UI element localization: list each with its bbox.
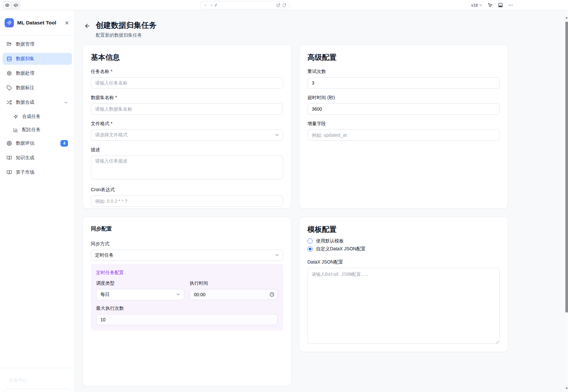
panel-bottom-icon[interactable] xyxy=(498,3,503,8)
radio-selected-icon[interactable] xyxy=(307,246,313,252)
sidebar: ML Dataset Tool 数据管理 数据归集 xyxy=(0,10,75,392)
browser-toolbar: / v18 xyxy=(0,0,568,10)
url-path[interactable]: / xyxy=(215,3,274,8)
file-format-value: 请选择文件格式 xyxy=(95,132,127,138)
incremental-field-input[interactable] xyxy=(307,129,500,141)
retry-count-input[interactable] xyxy=(307,77,500,89)
radio-label: 使用默认模板 xyxy=(316,238,344,244)
pointer-icon[interactable] xyxy=(488,3,493,8)
version-selector[interactable]: v18 xyxy=(471,3,482,8)
card-title: 高级配置 xyxy=(307,53,500,62)
refresh-icon[interactable] xyxy=(282,3,286,7)
more-options-icon[interactable] xyxy=(508,3,513,8)
schedule-type-value: 每日 xyxy=(100,292,110,298)
sidebar-item-knowledge-generation[interactable]: 知识生成 xyxy=(3,152,72,164)
radio-label: 自定义DataX JSON配置 xyxy=(316,246,366,252)
custom-datax-option[interactable]: 自定义DataX JSON配置 xyxy=(307,245,500,253)
sync-method-value: 定时任务 xyxy=(95,252,114,258)
sidebar-item-label: 数据标注 xyxy=(16,85,68,91)
max-exec-label: 最大执行次数 xyxy=(96,305,278,311)
app-logo xyxy=(5,18,14,27)
target-icon xyxy=(7,141,12,146)
clock-icon[interactable] xyxy=(269,292,274,297)
sidebar-item-label: 数据处理 xyxy=(16,70,68,76)
preview-mode-button[interactable] xyxy=(3,2,11,9)
sidebar-item-label: 数据管理 xyxy=(16,41,68,47)
sidebar-item-operator-market[interactable]: 算子市场 xyxy=(3,166,72,178)
chevron-down-icon xyxy=(274,253,279,258)
sync-method-select[interactable]: 定时任务 xyxy=(91,250,283,261)
description-textarea[interactable] xyxy=(91,156,283,179)
sidebar-item-label: 数据归集 xyxy=(16,56,68,62)
evaluation-count-badge: 4 xyxy=(60,140,68,147)
description-label: 描述 xyxy=(91,146,283,153)
scroll-down-arrow-icon[interactable] xyxy=(566,388,568,389)
radio-unselected-icon[interactable] xyxy=(307,238,313,244)
vertical-scrollbar[interactable] xyxy=(565,10,568,392)
arrow-left-icon xyxy=(84,23,90,29)
default-template-option[interactable]: 使用默认模板 xyxy=(307,237,500,245)
sidebar-item-label: 数据合成 xyxy=(16,99,60,105)
url-bar[interactable]: / xyxy=(200,1,290,9)
gear-icon xyxy=(7,71,12,76)
page-header: 创建数据归集任务 配置新的数据归集任务 xyxy=(83,20,508,38)
exec-time-input[interactable] xyxy=(190,289,278,300)
main-area: 创建数据归集任务 配置新的数据归集任务 基本信息 任务名称 * 数据集名称 * xyxy=(75,10,568,392)
sidebar-nav: 数据管理 数据归集 数据处理 数据标注 xyxy=(0,36,75,184)
sidebar-item-data-evaluation[interactable]: 数据评估 4 xyxy=(3,137,72,149)
chevron-down-icon xyxy=(479,3,482,7)
datax-json-textarea[interactable] xyxy=(307,268,500,344)
sidebar-item-data-processing[interactable]: 数据处理 xyxy=(3,67,72,79)
scrollbar-thumb[interactable] xyxy=(565,22,568,312)
sparkles-icon xyxy=(7,20,12,25)
sidebar-item-label: 配比任务 xyxy=(22,127,68,133)
sync-config-card: 同步配置 同步方式 定时任务 定时任务配置 xyxy=(83,217,291,386)
sidebar-item-label: 合成任务 xyxy=(22,114,68,120)
sidebar-item-data-synthesis[interactable]: 数据合成 xyxy=(3,96,72,108)
task-name-label: 任务名称 * xyxy=(91,68,283,75)
code-mode-button[interactable] xyxy=(12,2,20,9)
sidebar-item-label: 数据评估 xyxy=(16,140,56,146)
task-center-panel[interactable] xyxy=(4,389,71,392)
task-center-title: 任务中心 xyxy=(9,377,75,383)
template-config-card: 模板配置 使用默认模板 自定义DataX JSON配置 DataX JSON配置 xyxy=(299,217,508,352)
version-label: v18 xyxy=(471,3,478,8)
page-title: 创建数据归集任务 xyxy=(96,20,157,30)
sidebar-item-data-management[interactable]: 数据管理 xyxy=(3,38,72,50)
sidebar-item-data-collection[interactable]: 数据归集 xyxy=(3,53,72,65)
scroll-up-arrow-icon[interactable] xyxy=(566,17,568,18)
sidebar-item-data-labeling[interactable]: 数据标注 xyxy=(3,82,72,94)
max-exec-input[interactable] xyxy=(96,314,278,325)
sidebar-item-label: 算子市场 xyxy=(16,169,68,175)
retry-count-label: 重试次数 xyxy=(307,68,500,75)
card-title: 基本信息 xyxy=(91,53,283,62)
task-name-input[interactable] xyxy=(91,77,283,89)
basic-info-card: 基本信息 任务名称 * 数据集名称 * 文件格式 * 请选择文件格式 xyxy=(83,45,291,209)
sync-method-label: 同步方式 xyxy=(91,240,283,247)
eye-icon xyxy=(5,3,10,8)
sidebar-item-synthesis-tasks[interactable]: 合成任务 xyxy=(3,111,72,122)
folder-icon xyxy=(7,42,12,47)
sidebar-footer: 任务中心 xyxy=(0,368,75,392)
view-mode-toggle-group xyxy=(3,1,20,10)
back-button[interactable] xyxy=(83,21,92,30)
timeout-input[interactable] xyxy=(307,103,500,115)
back-nav-icon[interactable] xyxy=(203,3,207,7)
close-icon[interactable] xyxy=(64,20,70,26)
book-open-icon xyxy=(7,170,12,175)
page-subtitle: 配置新的数据归集任务 xyxy=(96,32,157,38)
sidebar-header: ML Dataset Tool xyxy=(0,10,75,36)
sidebar-item-ratio-tasks[interactable]: 配比任务 xyxy=(3,124,72,135)
scheduled-task-panel: 定时任务配置 调度类型 每日 xyxy=(91,264,283,331)
dataset-name-input[interactable] xyxy=(91,103,283,115)
chevron-down-icon xyxy=(274,132,279,137)
open-external-icon[interactable] xyxy=(276,3,280,7)
dataset-name-label: 数据集名称 * xyxy=(91,94,283,101)
file-format-label: 文件格式 * xyxy=(91,120,283,127)
chevron-down-icon xyxy=(64,100,68,105)
cron-label: Cron表达式 xyxy=(91,186,283,193)
forward-nav-icon[interactable] xyxy=(209,3,213,7)
cron-input[interactable] xyxy=(91,196,283,207)
schedule-type-select[interactable]: 每日 xyxy=(96,289,184,300)
file-format-select[interactable]: 请选择文件格式 xyxy=(91,129,283,141)
